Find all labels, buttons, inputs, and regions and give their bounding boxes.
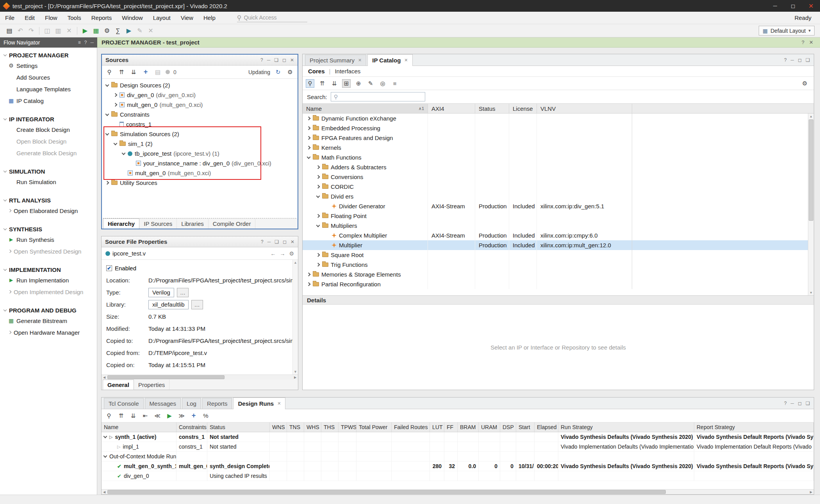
column-header-failed-routes[interactable]: Failed Routes	[392, 422, 430, 432]
close-icon[interactable]: ✕	[277, 401, 281, 406]
close-icon[interactable]: ✕	[404, 58, 408, 63]
menu-item-tools[interactable]: Tools	[62, 12, 86, 24]
expand-all-icon[interactable]: ⇊	[129, 68, 138, 76]
properties-horizontal-scrollbar[interactable]: ◀ ▶	[102, 374, 298, 380]
browse-button[interactable]: …	[191, 300, 203, 309]
flow-item-open-implemented-design[interactable]: Open Implemented Design	[0, 286, 97, 298]
source-tree-item-design-sources-2[interactable]: Design Sources (2)	[102, 80, 298, 90]
source-tree-item-your-instance-name-div-gen-0[interactable]: your_instance_name : div_gen_0(div_gen_0…	[102, 158, 298, 168]
ip-row-complex-multiplier[interactable]: Complex MultiplierAXI4-StreamProductionI…	[303, 231, 808, 240]
float-icon[interactable]: ❏	[275, 239, 279, 245]
refresh-icon[interactable]: ↻	[274, 68, 282, 76]
source-tree-item-mult-gen-0[interactable]: mult_gen_0(mult_gen_0.xci)	[102, 100, 298, 110]
menu-item-flow[interactable]: Flow	[40, 12, 62, 24]
gear-icon[interactable]: ⚙	[289, 250, 294, 257]
column-header-elapsed[interactable]: Elapsed	[535, 422, 558, 432]
run-row-synth-1-active[interactable]: ▷synth_1 (active)constrs_1Not startedViv…	[102, 432, 814, 442]
scroll-left-icon[interactable]: ◀	[102, 375, 107, 380]
menu-item-window[interactable]: Window	[117, 12, 148, 24]
ip-row-trig-functions[interactable]: Trig Functions	[303, 260, 808, 270]
minimize-icon[interactable]: ─	[90, 40, 94, 45]
help-icon[interactable]: ?	[261, 239, 264, 245]
flow-item-generate-bitstream[interactable]: ▦Generate Bitstream	[0, 315, 97, 327]
ip-row-multiplier[interactable]: MultiplierProductionIncludedxilinx.com:i…	[303, 240, 808, 250]
scrollbar-thumb[interactable]	[107, 490, 666, 494]
flow-section-title[interactable]: PROGRAM AND DEBUG	[0, 306, 97, 315]
minimize-icon[interactable]: ─	[267, 57, 271, 63]
flow-section-title[interactable]: IMPLEMENTATION	[0, 265, 97, 274]
tab-log[interactable]: Log	[182, 398, 201, 409]
run-row-div-gen-0[interactable]: ✔div_gen_0Using cached IP results	[102, 471, 814, 481]
ip-row-kernels[interactable]: Kernels	[303, 143, 808, 153]
menu-icon[interactable]: ≡	[78, 40, 81, 45]
column-header-total-power[interactable]: Total Power	[357, 422, 392, 432]
collapse-all-icon[interactable]: ⇈	[117, 412, 125, 420]
column-header-tpws[interactable]: TPWS	[339, 422, 357, 432]
forward-icon[interactable]: →	[280, 250, 285, 257]
step-forward-icon[interactable]: ≫	[177, 412, 186, 420]
tab-messages[interactable]: Messages	[145, 398, 181, 409]
scroll-up-icon[interactable]: ▲	[808, 114, 814, 119]
step-back-icon[interactable]: ≪	[153, 412, 162, 420]
bitstream-icon[interactable]: ▦	[91, 26, 102, 36]
scroll-down-icon[interactable]: ▼	[808, 290, 814, 295]
maximize-icon[interactable]: ◻	[798, 57, 802, 63]
target-icon[interactable]: ◎	[378, 79, 387, 88]
maximize-icon[interactable]: ◻	[798, 401, 802, 406]
reset-runs-icon[interactable]: ⇤	[141, 412, 150, 420]
tab-project-summary[interactable]: Project Summary✕	[305, 55, 366, 66]
settings-icon[interactable]: ⚙	[102, 26, 112, 36]
help-icon[interactable]: ?	[802, 39, 804, 45]
source-tree-item-constrs-1[interactable]: constrs_1	[102, 119, 298, 129]
close-icon[interactable]: ✕	[809, 39, 813, 45]
ip-row-square-root[interactable]: Square Root	[303, 250, 808, 260]
flow-item-open-elaborated-design[interactable]: Open Elaborated Design	[0, 205, 97, 217]
customize-ip-icon[interactable]: ✎	[366, 79, 375, 88]
expand-all-icon[interactable]: ⇊	[129, 412, 137, 420]
sources-tab-ip-sources[interactable]: IP Sources	[139, 218, 177, 229]
source-tree-item-div-gen-0[interactable]: div_gen_0(div_gen_0.xci)	[102, 90, 298, 100]
stop-icon[interactable]: ■	[390, 79, 399, 88]
ip-row-math-functions[interactable]: Math Functions	[303, 153, 808, 162]
column-header-wns[interactable]: WNS	[270, 422, 287, 432]
minimize-icon[interactable]: ─	[766, 0, 784, 12]
undo-icon[interactable]: ↶	[15, 26, 26, 36]
flow-item-ip-catalog[interactable]: ▦IP Catalog	[0, 95, 97, 106]
column-header-axi4[interactable]: AXI4	[428, 104, 475, 113]
delete-icon[interactable]: ✕	[64, 26, 75, 36]
report-sum-icon[interactable]: ∑	[112, 26, 123, 36]
column-header-report-strategy[interactable]: Report Strategy	[694, 422, 814, 432]
launch-runs-icon[interactable]: ▶	[165, 412, 174, 420]
float-icon[interactable]: ❏	[806, 401, 810, 406]
ip-row-cordic[interactable]: CORDIC	[303, 182, 808, 192]
column-header-ths[interactable]: THS	[321, 422, 339, 432]
run-icon[interactable]: ▶	[80, 26, 91, 36]
scroll-down-icon[interactable]: ▼	[294, 370, 297, 374]
help-icon[interactable]: ?	[784, 57, 787, 63]
ip-row-memories-storage-elements[interactable]: Memories & Storage Elements	[303, 270, 808, 279]
search-icon[interactable]: ⚲	[105, 68, 114, 76]
launch-step-icon[interactable]: ▶	[123, 26, 134, 36]
source-tree-item-utility-sources[interactable]: Utility Sources	[102, 178, 298, 188]
source-tree-item-tb-ipcore-test[interactable]: tb_ipcore_test(ipcore_test.v) (1)	[102, 149, 298, 158]
help-icon[interactable]: ?	[84, 40, 87, 45]
layout-select[interactable]: ▦ Default Layout ▾	[759, 26, 815, 35]
maximize-icon[interactable]: ◻	[784, 0, 802, 12]
design-runs-horizontal-scrollbar[interactable]: ◀ ▶	[102, 489, 814, 494]
edit-icon[interactable]: ✎	[134, 26, 145, 36]
properties-tab-properties[interactable]: Properties	[134, 380, 169, 390]
minimize-icon[interactable]: ─	[267, 239, 271, 245]
browse-button[interactable]: …	[177, 288, 189, 297]
flow-item-open-hardware-manager[interactable]: Open Hardware Manager	[0, 327, 97, 338]
flow-item-run-synthesis[interactable]: ▶Run Synthesis	[0, 234, 97, 245]
help-icon[interactable]: ?	[260, 57, 263, 63]
subtab-cores[interactable]: Cores	[308, 68, 325, 75]
gear-icon[interactable]: ⚙	[286, 68, 294, 76]
help-icon[interactable]: ?	[784, 401, 787, 406]
run-row-impl-1[interactable]: ▷impl_1constrs_1Not startedVivado Implem…	[102, 442, 814, 452]
properties-tab-general[interactable]: General	[103, 380, 134, 390]
enabled-checkbox[interactable]: ✔	[106, 265, 112, 271]
ip-row-divider-generator[interactable]: Divider GeneratorAXI4-StreamProductionIn…	[303, 201, 808, 211]
tab-design-runs[interactable]: Design Runs✕	[233, 398, 285, 409]
ip-row-fpga-features-and-design[interactable]: FPGA Features and Design	[303, 133, 808, 143]
